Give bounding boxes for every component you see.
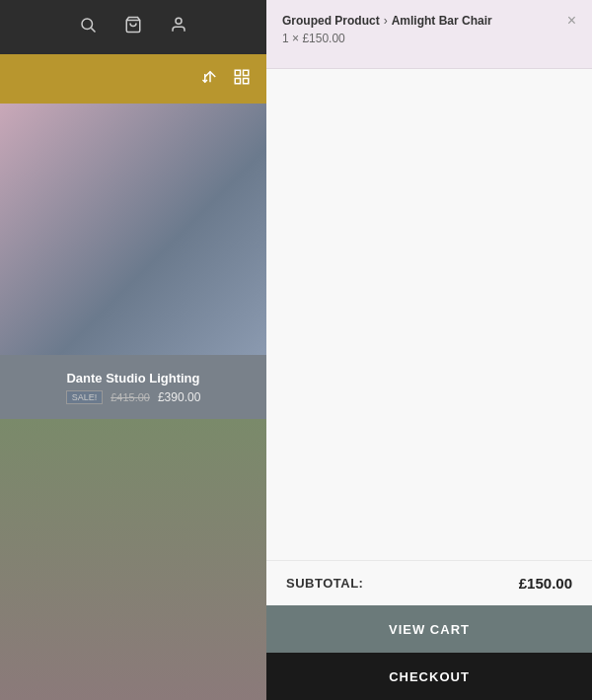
breadcrumb-parent: Grouped Product xyxy=(282,14,380,28)
product-pricing: SALE! £415.00 £390.00 xyxy=(66,390,201,404)
svg-rect-6 xyxy=(235,70,240,75)
breadcrumb: Grouped Product › Amlight Bar Chair xyxy=(282,14,557,28)
subtotal-value: £150.00 xyxy=(519,575,572,592)
product-image xyxy=(0,104,266,355)
svg-rect-9 xyxy=(244,79,249,84)
cart-quantity-price: 1 × £150.00 xyxy=(282,32,557,45)
svg-rect-8 xyxy=(235,79,240,84)
site-header xyxy=(0,0,266,54)
checkout-button[interactable]: CHECKOUT xyxy=(266,653,592,700)
svg-rect-7 xyxy=(244,70,249,75)
svg-point-3 xyxy=(176,18,182,24)
cart-icon[interactable] xyxy=(124,16,142,38)
sale-badge: SALE! xyxy=(66,390,104,404)
item-multiplier: × xyxy=(292,32,299,45)
product-name: Dante Studio Lighting xyxy=(66,371,199,385)
svg-line-1 xyxy=(91,28,95,32)
sort-icon[interactable] xyxy=(201,68,219,90)
cart-header: Grouped Product › Amlight Bar Chair 1 × … xyxy=(266,0,592,69)
grid-icon[interactable] xyxy=(233,68,251,90)
item-price: £150.00 xyxy=(302,32,344,45)
product-info: Dante Studio Lighting SALE! £415.00 £390… xyxy=(0,355,266,419)
cart-body xyxy=(266,69,592,560)
product-toolbar xyxy=(0,54,266,104)
breadcrumb-child: Amlight Bar Chair xyxy=(392,14,492,28)
subtotal-label: SUBTOTAL: xyxy=(286,576,363,591)
breadcrumb-arrow-icon: › xyxy=(384,14,388,28)
product-card[interactable]: Dante Studio Lighting SALE! £415.00 £390… xyxy=(0,104,266,419)
product-card-2[interactable] xyxy=(0,419,266,700)
search-icon[interactable] xyxy=(79,16,97,38)
svg-point-0 xyxy=(82,19,93,30)
sale-price: £390.00 xyxy=(158,390,200,404)
cart-subtotal: SUBTOTAL: £150.00 xyxy=(266,560,592,605)
cart-panel: Grouped Product › Amlight Bar Chair 1 × … xyxy=(266,0,592,700)
cart-close-button[interactable]: × xyxy=(567,12,576,30)
original-price: £415.00 xyxy=(111,391,150,403)
product-listing-panel: Dante Studio Lighting SALE! £415.00 £390… xyxy=(0,0,266,700)
view-cart-button[interactable]: VIEW CART xyxy=(266,605,592,653)
cart-item-info: Grouped Product › Amlight Bar Chair 1 × … xyxy=(282,14,557,45)
user-icon[interactable] xyxy=(170,16,187,38)
item-quantity: 1 xyxy=(282,32,289,45)
